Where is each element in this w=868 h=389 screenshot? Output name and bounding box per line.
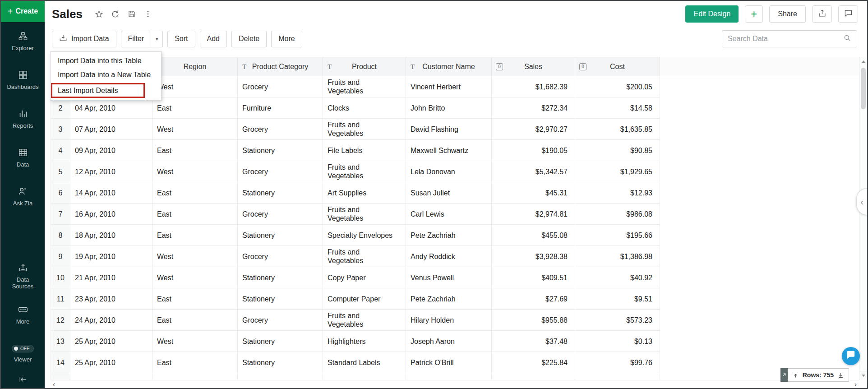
table-cell[interactable]: Highlighters <box>323 331 406 352</box>
table-cell[interactable]: Stationery <box>238 140 323 161</box>
scroll-left-arrow[interactable]: ‹ <box>53 381 55 388</box>
table-cell[interactable]: Fruits and Vegetables <box>323 204 406 225</box>
table-cell[interactable]: East <box>152 310 238 331</box>
table-cell[interactable]: 26 Apr, 2010 <box>70 373 152 380</box>
jump-to-bottom-icon[interactable] <box>837 372 844 379</box>
table-cell[interactable]: $1,682.39 <box>492 76 575 97</box>
table-cell[interactable]: Stationery <box>238 331 323 352</box>
menu-item[interactable]: Last Import Details <box>52 84 143 97</box>
row-number-cell[interactable]: 6 <box>51 182 70 204</box>
kebab-menu-icon[interactable] <box>141 7 155 21</box>
row-number-cell[interactable]: 15 <box>51 373 70 380</box>
save-icon[interactable] <box>125 7 139 21</box>
filter-dropdown-arrow[interactable]: ▾ <box>151 31 163 47</box>
table-cell[interactable]: $190.05 <box>492 140 575 161</box>
table-cell[interactable]: Standard Labels <box>323 352 406 373</box>
sidebar-item-dashboards[interactable]: Dashboards <box>1 61 45 100</box>
search-input[interactable] <box>728 35 840 43</box>
table-cell[interactable]: Andy Roddick <box>406 246 492 267</box>
vertical-scrollbar[interactable] <box>859 57 867 380</box>
table-cell[interactable]: Stationery <box>238 267 323 288</box>
sidebar-item-ask-zia[interactable]: Ask Zia <box>1 177 45 216</box>
table-cell[interactable]: 16 Apr, 2010 <box>70 204 152 225</box>
vertical-scroll-thumb[interactable] <box>861 68 866 109</box>
table-cell[interactable]: Grocery <box>238 161 323 182</box>
table-cell[interactable]: Stationery <box>238 182 323 204</box>
table-cell[interactable]: $0.13 <box>575 331 660 352</box>
table-cell[interactable]: East <box>152 352 238 373</box>
table-cell[interactable]: Computer Paper <box>323 288 406 310</box>
table-cell[interactable]: File Labels <box>323 140 406 161</box>
table-cell[interactable]: East <box>152 97 238 119</box>
table-cell[interactable]: Carl Lewis <box>406 204 492 225</box>
table-cell[interactable]: Fruits and Vegetables <box>323 246 406 267</box>
table-cell[interactable]: 21 Apr, 2010 <box>70 267 152 288</box>
table-cell[interactable]: $200.05 <box>575 76 660 97</box>
table-cell[interactable]: $37.48 <box>492 331 575 352</box>
column-header-region[interactable]: Region <box>152 57 238 76</box>
table-cell[interactable]: Copy Paper <box>323 267 406 288</box>
table-cell[interactable]: Stationery <box>238 352 323 373</box>
edit-design-button[interactable]: Edit Design <box>685 5 739 23</box>
table-cell[interactable]: Hilary Holden <box>406 310 492 331</box>
table-cell[interactable]: $1,386.98 <box>575 246 660 267</box>
table-cell[interactable]: Furniture <box>238 97 323 119</box>
table-cell[interactable]: Fruits and Vegetables <box>323 310 406 331</box>
table-cell[interactable]: 24 Apr, 2010 <box>70 310 152 331</box>
table-cell[interactable]: Grocery <box>238 204 323 225</box>
table-cell[interactable]: Grocery <box>238 76 323 97</box>
table-cell[interactable]: West <box>152 161 238 182</box>
row-number-cell[interactable]: 13 <box>51 331 70 352</box>
row-number-cell[interactable]: 8 <box>51 225 70 246</box>
table-cell[interactable]: 25 Apr, 2010 <box>70 331 152 352</box>
table-cell[interactable]: Fruits and Vegetables <box>323 76 406 97</box>
jump-to-top-icon[interactable] <box>792 372 799 379</box>
table-cell[interactable]: $225.84 <box>492 352 575 373</box>
table-cell[interactable]: Pete Zachriah <box>406 288 492 310</box>
table-cell[interactable]: $455.08 <box>492 225 575 246</box>
table-cell[interactable]: East <box>152 225 238 246</box>
table-cell[interactable]: $272.34 <box>492 97 575 119</box>
table-cell[interactable]: $1,816.44 <box>492 373 575 380</box>
table-cell[interactable]: East <box>152 204 238 225</box>
table-cell[interactable]: $90.85 <box>575 140 660 161</box>
table-cell[interactable]: 25 Apr, 2010 <box>70 352 152 373</box>
column-header-cost[interactable]: 0Cost <box>575 57 660 76</box>
table-cell[interactable]: Venus Powell <box>406 267 492 288</box>
table-cell[interactable]: David Flashing <box>406 119 492 140</box>
create-button[interactable]: + Create <box>1 1 45 22</box>
scroll-up-arrow[interactable] <box>859 57 867 66</box>
export-button[interactable] <box>812 5 832 23</box>
table-cell[interactable]: Stationery <box>238 373 323 380</box>
table-cell[interactable]: 07 Apr, 2010 <box>70 119 152 140</box>
row-number-cell[interactable]: 10 <box>51 267 70 288</box>
table-cell[interactable]: Grocery <box>238 310 323 331</box>
table-cell[interactable]: William Brown <box>406 373 492 380</box>
more-button[interactable]: More <box>271 31 302 47</box>
row-number-cell[interactable]: 12 <box>51 310 70 331</box>
table-cell[interactable]: $12.93 <box>575 182 660 204</box>
sidebar-item-viewer[interactable]: OFFViewer <box>1 334 45 373</box>
table-cell[interactable]: Fruits and Vegetables <box>323 119 406 140</box>
table-cell[interactable]: $14.58 <box>575 97 660 119</box>
resize-handle[interactable] <box>780 368 788 382</box>
filter-button[interactable]: Filter <box>121 31 152 47</box>
refresh-icon[interactable] <box>109 7 122 21</box>
table-cell[interactable]: Grocery <box>238 119 323 140</box>
table-cell[interactable]: East <box>152 182 238 204</box>
row-number-cell[interactable]: 14 <box>51 352 70 373</box>
table-cell[interactable]: Computer Paper <box>323 373 406 380</box>
table-cell[interactable]: West <box>152 246 238 267</box>
table-cell[interactable]: $5,342.57 <box>492 161 575 182</box>
table-cell[interactable]: $573.23 <box>575 310 660 331</box>
table-cell[interactable]: 19 Apr, 2010 <box>70 246 152 267</box>
column-header-customer-name[interactable]: TCustomer Name <box>406 57 492 76</box>
viewer-off-toggle[interactable]: OFF <box>12 345 34 352</box>
sidebar-collapse-button[interactable] <box>1 373 45 388</box>
table-cell[interactable]: $625.39 <box>575 373 660 380</box>
scroll-down-arrow[interactable] <box>859 371 867 380</box>
sort-button[interactable]: Sort <box>167 31 195 47</box>
add-button[interactable]: Add <box>200 31 227 47</box>
row-number-cell[interactable]: 11 <box>51 288 70 310</box>
table-cell[interactable]: John Britto <box>406 97 492 119</box>
